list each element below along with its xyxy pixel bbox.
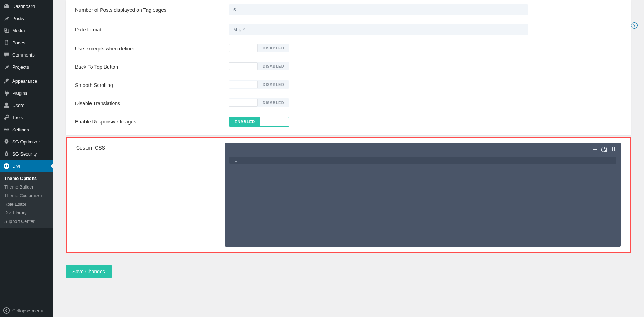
row-translations: Disable Translations DISABLED (66, 94, 631, 112)
submenu-theme-customizer[interactable]: Theme Customizer (0, 191, 53, 200)
toggle-state: DISABLED (258, 80, 289, 89)
submenu-divi-library[interactable]: Divi Library (0, 209, 53, 217)
divi-submenu: Theme Options Theme Builder Theme Custom… (0, 172, 53, 228)
sidebar-item-label: Pages (12, 40, 25, 45)
sidebar-item-label: Media (12, 28, 25, 33)
save-changes-button[interactable]: Save Changes (66, 265, 112, 278)
submenu-support-center[interactable]: Support Center (0, 217, 53, 226)
input-posts-tag[interactable] (229, 4, 528, 15)
submenu-role-editor[interactable]: Role Editor (0, 200, 53, 209)
sidebar-item-appearance[interactable]: Appearance (0, 75, 53, 87)
submenu-theme-options[interactable]: Theme Options (0, 174, 53, 183)
sidebar-item-plugins[interactable]: Plugins (0, 87, 53, 99)
sidebar-item-label: SG Security (12, 151, 37, 157)
pin-icon (3, 15, 10, 22)
label-posts-tag: Number of Posts displayed on Tag pages (75, 7, 229, 13)
label-back-top: Back To Top Button (75, 64, 229, 70)
sidebar-item-sg-security[interactable]: SG Security (0, 148, 53, 160)
sidebar-item-comments[interactable]: Comments (0, 49, 53, 61)
sidebar-item-label: Divi (12, 164, 20, 169)
brush-icon (3, 77, 10, 84)
collapse-label: Collapse menu (12, 308, 43, 313)
toggle-state: ENABLED (230, 117, 260, 126)
input-date-format[interactable] (229, 24, 528, 35)
divi-icon: D (3, 162, 10, 170)
sidebar-item-tools[interactable]: Tools (0, 111, 53, 123)
toggle-state: DISABLED (258, 98, 289, 107)
sidebar-item-posts[interactable]: Posts (0, 12, 53, 24)
plug-icon (3, 89, 10, 97)
settings-panel: Number of Posts displayed on Tag pages D… (66, 0, 631, 135)
sliders-icon (3, 126, 10, 133)
main-content: ? Number of Posts displayed on Tag pages… (53, 0, 644, 317)
shield-gear-icon (3, 150, 10, 157)
collapse-icon (3, 307, 10, 314)
code-line: 1 (229, 157, 616, 164)
sidebar-item-label: Settings (12, 127, 29, 132)
help-button[interactable]: ? (631, 22, 638, 29)
power-icon[interactable] (601, 146, 607, 153)
sort-icon[interactable] (611, 146, 616, 153)
collapse-menu-button[interactable]: Collapse menu (0, 304, 53, 317)
sidebar-item-label: Users (12, 103, 24, 108)
rocket-icon (3, 138, 10, 145)
sidebar-item-label: Tools (12, 115, 23, 120)
toggle-back-top[interactable]: DISABLED (229, 62, 289, 70)
label-excerpts: Use excerpts when defined (75, 46, 229, 52)
sidebar-item-label: Projects (12, 64, 29, 70)
label-date-format: Date format (75, 27, 229, 33)
sidebar-item-divi[interactable]: D Divi (0, 160, 53, 172)
label-smooth-scroll: Smooth Scrolling (75, 82, 229, 88)
sidebar-item-settings[interactable]: Settings (0, 123, 53, 136)
admin-sidebar: Dashboard Posts Media Pages Comments Pro… (0, 0, 53, 317)
sidebar-item-label: Comments (12, 52, 35, 58)
toggle-state: DISABLED (258, 62, 289, 70)
sidebar-item-label: Plugins (12, 91, 28, 96)
sidebar-item-label: Posts (12, 16, 24, 21)
pages-icon (3, 39, 10, 46)
pin-icon (3, 63, 10, 70)
custom-css-editor[interactable]: 1 (225, 143, 621, 247)
wrench-icon (3, 114, 10, 121)
toggle-excerpts[interactable]: DISABLED (229, 44, 289, 52)
sidebar-item-label: Appearance (12, 78, 37, 84)
sidebar-item-pages[interactable]: Pages (0, 36, 53, 49)
row-excerpts: Use excerpts when defined DISABLED (66, 39, 631, 58)
row-custom-css: Custom CSS 1 (70, 141, 627, 248)
row-responsive-images: Enable Responsive Images ENABLED (66, 112, 631, 131)
comment-icon (3, 51, 10, 58)
label-custom-css: Custom CSS (76, 143, 225, 247)
row-back-top: Back To Top Button DISABLED (66, 58, 631, 76)
add-icon[interactable] (592, 146, 598, 153)
label-translations: Disable Translations (75, 101, 229, 106)
media-icon (3, 27, 10, 34)
line-number: 1 (229, 158, 240, 163)
submenu-theme-builder[interactable]: Theme Builder (0, 183, 53, 191)
sidebar-item-projects[interactable]: Projects (0, 61, 53, 73)
svg-point-0 (4, 308, 9, 313)
sidebar-item-users[interactable]: Users (0, 99, 53, 111)
toggle-smooth-scroll[interactable]: DISABLED (229, 80, 289, 89)
css-editor-toolbar (592, 146, 616, 153)
sidebar-item-label: Dashboard (12, 4, 35, 9)
sidebar-item-dashboard[interactable]: Dashboard (0, 0, 53, 12)
toggle-responsive-images[interactable]: ENABLED (229, 117, 289, 127)
row-date-format: Date format (66, 20, 631, 39)
row-smooth-scroll: Smooth Scrolling DISABLED (66, 76, 631, 94)
toggle-translations[interactable]: DISABLED (229, 98, 289, 107)
sidebar-item-label: SG Optimizer (12, 139, 40, 145)
toggle-state: DISABLED (258, 44, 289, 52)
label-responsive-images: Enable Responsive Images (75, 119, 229, 125)
user-icon (3, 102, 10, 109)
sidebar-item-sg-optimizer[interactable]: SG Optimizer (0, 136, 53, 148)
sidebar-item-media[interactable]: Media (0, 24, 53, 36)
row-posts-tag: Number of Posts displayed on Tag pages (66, 0, 631, 20)
gauge-icon (3, 3, 10, 10)
custom-css-highlight: Custom CSS 1 (66, 137, 631, 253)
